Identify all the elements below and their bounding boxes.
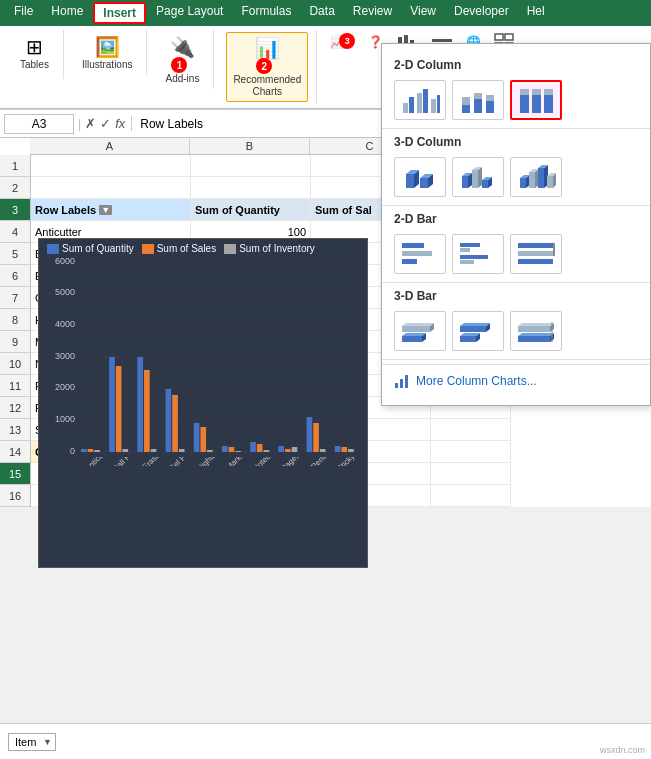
svg-rect-42 (257, 444, 263, 452)
formula-cancel-icon[interactable]: ✗ (85, 116, 96, 131)
svg-rect-103 (460, 248, 470, 252)
row-num-5: 5 (0, 243, 30, 265)
svg-marker-71 (406, 174, 414, 188)
svg-rect-32 (166, 389, 172, 452)
addins-button[interactable]: 🔌 1 Add-ins (159, 32, 205, 87)
more-column-charts-link[interactable]: More Column Charts... (382, 364, 650, 397)
svg-rect-132 (405, 375, 408, 388)
menu-file[interactable]: File (6, 2, 41, 24)
x-label: Ball Pen (111, 457, 137, 466)
legend-dot-sales (142, 244, 154, 254)
svg-rect-49 (320, 449, 326, 452)
cell-a3[interactable]: Row Labels ▼ (31, 199, 191, 220)
2d-bar-2-icon (458, 239, 498, 269)
2d-column-icons-row (382, 76, 650, 129)
fx-label: fx (115, 116, 132, 131)
menu-data[interactable]: Data (301, 2, 342, 24)
row-num-1: 1 (0, 155, 30, 177)
svg-rect-131 (400, 379, 403, 388)
clustered-column-button[interactable] (394, 80, 446, 120)
item-filter-bar: Item ▼ wsxdn.com (0, 723, 651, 759)
svg-rect-35 (194, 423, 200, 452)
menu-developer[interactable]: Developer (446, 2, 517, 24)
2d-bar-1-button[interactable] (394, 234, 446, 274)
cell-d15[interactable] (431, 463, 511, 484)
cell-b2[interactable] (191, 177, 311, 198)
svg-rect-104 (460, 255, 488, 259)
watermark: wsxdn.com (600, 745, 645, 755)
3d-bar-3-button[interactable] (510, 311, 562, 351)
3d-column-3-button[interactable] (510, 157, 562, 197)
row-num-3: 3 (0, 199, 30, 221)
2d-bar-3-button[interactable] (510, 234, 562, 274)
column-chart-button[interactable]: 📈 3 (325, 32, 360, 52)
formula-confirm-icon[interactable]: ✓ (100, 116, 111, 131)
svg-rect-51 (341, 447, 347, 452)
3d-bar-3-icon (516, 316, 556, 346)
row-num-15: 15 (0, 463, 30, 485)
cell-reference-input[interactable] (4, 114, 74, 134)
stacked-column-button[interactable] (452, 80, 504, 120)
x-label: Pencil (307, 457, 333, 466)
svg-marker-117 (460, 336, 476, 342)
svg-rect-27 (116, 366, 122, 452)
3d-column-1-button[interactable] (394, 157, 446, 197)
cell-b3[interactable]: Sum of Quantity (191, 199, 311, 220)
svg-rect-56 (423, 89, 428, 113)
3d-bar-1-button[interactable] (394, 311, 446, 351)
3d-bar-1-icon (400, 316, 440, 346)
svg-rect-26 (109, 357, 115, 452)
100pct-stacked-column-button[interactable] (510, 80, 562, 120)
menu-home[interactable]: Home (43, 2, 91, 24)
item-select[interactable]: Item (8, 733, 56, 751)
svg-text:0: 0 (70, 446, 75, 456)
svg-rect-36 (200, 427, 206, 452)
x-label: Pages (Box) (279, 457, 305, 466)
more-column-charts-label: More Column Charts... (416, 374, 537, 388)
cell-d13[interactable] (431, 419, 511, 440)
menu-page-layout[interactable]: Page Layout (148, 2, 231, 24)
svg-rect-63 (486, 101, 494, 113)
menu-formulas[interactable]: Formulas (233, 2, 299, 24)
svg-text:5000: 5000 (55, 287, 75, 297)
svg-rect-107 (518, 243, 553, 248)
cell-d14[interactable] (431, 441, 511, 462)
cell-a1[interactable] (31, 155, 191, 176)
tables-button[interactable]: ⊞ Tables (14, 32, 55, 73)
addins-label: Add-ins (165, 73, 199, 84)
svg-rect-109 (553, 243, 555, 256)
filter-button-a3[interactable]: ▼ (99, 205, 112, 215)
menu-help[interactable]: Hel (519, 2, 553, 24)
svg-marker-123 (518, 336, 550, 342)
svg-rect-101 (402, 259, 417, 264)
cell-b1[interactable] (191, 155, 311, 176)
svg-rect-33 (172, 395, 178, 452)
svg-rect-105 (460, 260, 474, 264)
svg-rect-43 (263, 450, 269, 452)
svg-marker-83 (482, 180, 488, 188)
svg-marker-111 (402, 336, 422, 342)
menu-review[interactable]: Review (345, 2, 400, 24)
svg-rect-99 (402, 243, 424, 248)
item-select-wrapper[interactable]: Item ▼ (8, 733, 56, 751)
svg-rect-60 (462, 97, 470, 105)
3d-bar-2-button[interactable] (452, 311, 504, 351)
chart-container[interactable]: Sum of Quantity Sum of Sales Sum of Inve… (38, 238, 368, 568)
svg-rect-70 (544, 89, 553, 95)
row-num-11: 11 (0, 375, 30, 397)
x-label: Highter Pen (195, 457, 221, 466)
3d-column-2-button[interactable] (452, 157, 504, 197)
x-label: Anticutter (83, 457, 109, 466)
cell-d16[interactable] (431, 485, 511, 506)
2d-bar-2-button[interactable] (452, 234, 504, 274)
recommended-charts-button[interactable]: 📊 2 Recommended Charts (226, 32, 308, 102)
ribbon-group-recommended-charts: 📊 2 Recommended Charts (218, 30, 317, 104)
row-num-6: 6 (0, 265, 30, 287)
menu-insert[interactable]: Insert (93, 2, 146, 24)
svg-rect-23 (81, 449, 87, 452)
menu-view[interactable]: View (402, 2, 444, 24)
cell-a2[interactable] (31, 177, 191, 198)
illustrations-button[interactable]: 🖼️ Illustrations (76, 32, 139, 73)
svg-rect-59 (462, 105, 470, 113)
svg-rect-45 (285, 449, 291, 452)
